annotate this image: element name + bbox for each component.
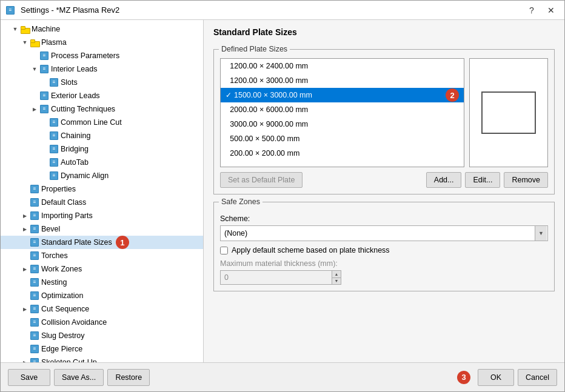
tree-item-importing-parts[interactable]: ▶ Importing Parts (1, 209, 203, 222)
tree-item-standard-plate-sizes[interactable]: Standard Plate Sizes 1 (1, 236, 203, 249)
plate-item-3[interactable]: ✓ 1500.00 × 3000.00 mm 2 (221, 88, 464, 102)
tree-item-default-class[interactable]: Default Class (1, 196, 203, 209)
tree-label-cutting-techniques: Cutting Techniques (51, 105, 115, 113)
set-default-plate-button[interactable]: Set as Default Plate (220, 172, 303, 188)
left-panel: ▼ Machine ▼ Plasma ▶ (1, 20, 204, 362)
tree-label-bevel: Bevel (41, 225, 60, 233)
plate-item-4[interactable]: 2000.00 × 6000.00 mm (221, 102, 464, 117)
expand-icon[interactable]: ▶ (20, 211, 30, 221)
settings-icon (30, 344, 39, 354)
tree-item-interior-leads[interactable]: ▼ Interior Leads (1, 62, 203, 76)
tree-item-skeleton-cut-up[interactable]: ▶ Skeleton Cut-Up (1, 356, 203, 362)
tree-item-collision-avoidance[interactable]: Collision Avoidance (1, 316, 203, 329)
expand-icon[interactable]: ▶ (20, 304, 30, 314)
save-as-button[interactable]: Save As... (54, 369, 104, 386)
tree-label-process-params: Process Parameters (51, 51, 119, 60)
tree-item-chaining[interactable]: Chaining (1, 129, 203, 142)
tree-item-torches[interactable]: Torches (1, 249, 203, 262)
settings-icon (49, 171, 59, 181)
thickness-input (220, 270, 332, 285)
preview-rectangle (481, 91, 536, 134)
tree-item-exterior-leads[interactable]: Exterior Leads (1, 89, 203, 102)
tree-item-bevel[interactable]: ▶ Bevel (1, 222, 203, 236)
plate-preview (469, 58, 548, 167)
settings-icon (30, 211, 39, 221)
tree-label-slug-destroy: Slug Destroy (41, 331, 85, 340)
tree-label-autotab: AutoTab (61, 158, 89, 167)
plate-item-6[interactable]: 500.00 × 500.00 mm (221, 131, 464, 146)
plate-item-7[interactable]: 200.00 × 200.00 mm (221, 146, 464, 161)
scheme-row: Scheme: ▼ (220, 214, 548, 241)
settings-icon (30, 304, 39, 314)
settings-icon (39, 91, 49, 101)
save-button[interactable]: Save (8, 369, 50, 386)
apply-scheme-checkbox[interactable] (220, 247, 228, 254)
tree-label-interior-leads: Interior Leads (51, 65, 97, 73)
badge-3: 3 (457, 371, 470, 384)
tree-item-common-line-cut[interactable]: Common Line Cut (1, 116, 203, 129)
tree-item-slots[interactable]: Slots (1, 76, 203, 89)
page-title: Standard Plate Sizes (213, 27, 555, 37)
close-button[interactable]: ✕ (543, 4, 560, 17)
tree-item-edge-pierce[interactable]: Edge Pierce (1, 342, 203, 356)
check-4 (226, 105, 227, 114)
expand-icon[interactable]: ▶ (30, 104, 39, 114)
plate-item-5[interactable]: 3000.00 × 9000.00 mm (221, 117, 464, 131)
badge-2: 2 (446, 88, 459, 102)
tree-item-machine[interactable]: ▼ Machine (1, 22, 203, 36)
cancel-button[interactable]: Cancel (518, 369, 557, 386)
tree-item-nesting[interactable]: Nesting (1, 276, 203, 289)
restore-button[interactable]: Restore (107, 369, 150, 386)
defined-sizes-legend: Defined Plate Sizes (219, 45, 290, 53)
tree-item-properties[interactable]: Properties (1, 182, 203, 196)
tree-label-properties: Properties (41, 185, 76, 193)
title-bar-buttons: ? ✕ (523, 4, 560, 17)
remove-plate-button[interactable]: Remove (504, 172, 548, 188)
plate-label-7: 200.00 × 200.00 mm (230, 149, 299, 158)
plate-item-1[interactable]: 1200.00 × 2400.00 mm (221, 59, 464, 73)
tree-label-nesting: Nesting (41, 278, 67, 287)
plate-item-2[interactable]: 1200.00 × 3000.00 mm (221, 73, 464, 88)
add-plate-button[interactable]: Add... (426, 172, 462, 188)
check-2 (226, 76, 227, 85)
settings-icon (30, 291, 39, 301)
expand-icon[interactable]: ▼ (20, 38, 30, 47)
tree-item-autotab[interactable]: AutoTab (1, 156, 203, 169)
check-3: ✓ (226, 91, 232, 99)
tree-label-skeleton-cut-up: Skeleton Cut-Up (41, 358, 97, 362)
plate-action-buttons: Set as Default Plate Add... Edit... Remo… (220, 172, 548, 188)
tree-item-cut-sequence[interactable]: ▶ Cut Sequence (1, 302, 203, 316)
tree-item-bridging[interactable]: Bridging (1, 142, 203, 156)
tree-label-cut-sequence: Cut Sequence (41, 305, 89, 313)
plate-label-1: 1200.00 × 2400.00 mm (230, 62, 308, 70)
edit-plate-button[interactable]: Edit... (465, 172, 500, 188)
expand-icon[interactable]: ▶ (20, 357, 30, 362)
scheme-input[interactable] (220, 225, 548, 241)
spinner-down-button: ▼ (332, 278, 341, 285)
tree-item-dynamic-align[interactable]: Dynamic Align (1, 169, 203, 182)
expand-icon[interactable]: ▶ (20, 224, 30, 234)
expand-icon[interactable]: ▼ (30, 64, 39, 74)
check-7 (226, 149, 227, 158)
scheme-dropdown-arrow[interactable]: ▼ (535, 226, 547, 241)
help-button[interactable]: ? (523, 4, 540, 17)
tree-item-cutting-techniques[interactable]: ▶ Cutting Techniques (1, 102, 203, 116)
expand-icon[interactable]: ▼ (10, 24, 20, 34)
settings-icon (39, 64, 49, 74)
title-bar-left: Settings - *MZ Plasma Rev2 (5, 5, 119, 15)
main-content: ▼ Machine ▼ Plasma ▶ (1, 20, 564, 362)
tree-item-slug-destroy[interactable]: Slug Destroy (1, 329, 203, 342)
tree-item-work-zones[interactable]: ▶ Work Zones (1, 262, 203, 276)
plate-size-list[interactable]: 1200.00 × 2400.00 mm 1200.00 × 3000.00 m… (220, 58, 464, 167)
tree-label-chaining: Chaining (61, 131, 90, 140)
plate-list-container: 1200.00 × 2400.00 mm 1200.00 × 3000.00 m… (220, 58, 548, 167)
tree-item-plasma[interactable]: ▼ Plasma (1, 36, 203, 49)
settings-icon (49, 131, 59, 141)
tree-item-optimization[interactable]: Optimization (1, 289, 203, 302)
settings-tree[interactable]: ▼ Machine ▼ Plasma ▶ (1, 20, 203, 362)
tree-item-process-params[interactable]: ▶ Process Parameters (1, 49, 203, 62)
settings-icon (30, 198, 39, 207)
ok-button[interactable]: OK (478, 369, 514, 386)
plate-label-6: 500.00 × 500.00 mm (230, 135, 299, 143)
expand-icon[interactable]: ▶ (20, 264, 30, 274)
